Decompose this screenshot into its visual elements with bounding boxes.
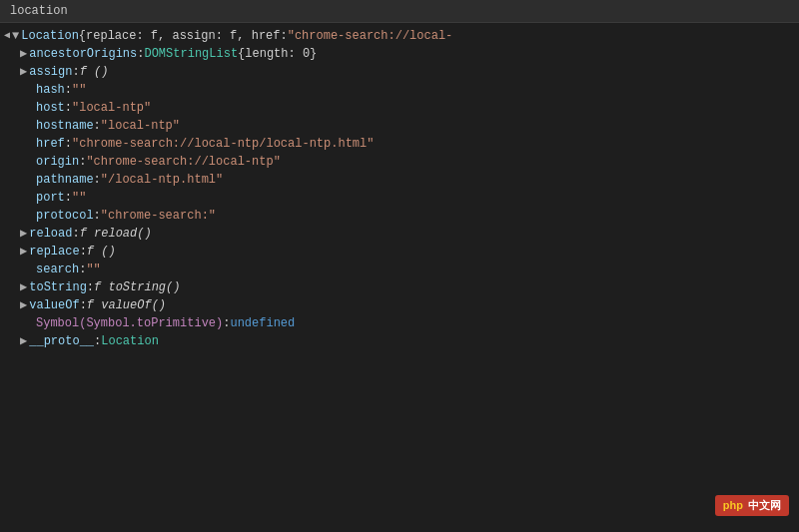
toString-key: toString <box>29 278 87 296</box>
colon-toString: : <box>87 278 94 296</box>
colon-href: : <box>65 135 72 153</box>
reload-value: f reload() <box>80 225 152 243</box>
symbol-key: Symbol(Symbol.toPrimitive) <box>36 314 223 332</box>
assign-value: f () <box>80 63 109 81</box>
symbol-value: undefined <box>230 314 295 332</box>
assign-key: assign <box>29 63 72 81</box>
host-key: host <box>36 99 65 117</box>
proto-value: Location <box>101 332 159 350</box>
pathname-value: "/local-ntp.html" <box>101 171 223 189</box>
ancestorOrigins-key: ancestorOrigins <box>29 45 137 63</box>
left-arrow-icon: ◀ <box>4 27 10 45</box>
hostname-key: hostname <box>36 117 94 135</box>
colon-search: : <box>79 261 86 278</box>
expand-arrow-location[interactable] <box>12 27 19 45</box>
port-line: port : "" <box>0 189 799 207</box>
replace-value: f () <box>87 243 116 261</box>
ancestorOrigins-line: ancestorOrigins : DOMStringList {length:… <box>0 45 799 63</box>
expand-toString[interactable] <box>20 278 27 296</box>
devtools-panel: location ◀ Location { replace: f, assign… <box>0 0 799 532</box>
colon-1: : <box>137 45 144 63</box>
location-root-line: ◀ Location { replace: f, assign: f, href… <box>0 27 799 45</box>
colon-symbol: : <box>223 314 230 332</box>
pathname-line: pathname : "/local-ntp.html" <box>0 171 799 189</box>
protocol-value: "chrome-search:" <box>101 207 216 225</box>
replace-key: replace <box>29 243 79 261</box>
hash-line: hash : "" <box>0 81 799 99</box>
watermark-text: 中文网 <box>748 499 781 511</box>
colon-hostname: : <box>94 117 101 135</box>
colon-port: : <box>65 189 72 207</box>
console-content: ◀ Location { replace: f, assign: f, href… <box>0 23 799 354</box>
href-key: href <box>36 135 65 153</box>
expand-reload[interactable] <box>20 225 27 243</box>
colon-origin: : <box>79 153 86 171</box>
colon-reload: : <box>72 225 79 243</box>
watermark-php: php <box>723 499 743 511</box>
colon-protocol: : <box>94 207 101 225</box>
colon-hash: : <box>65 81 72 99</box>
expand-assign[interactable] <box>20 63 27 81</box>
toString-line: toString : f toString() <box>0 278 799 296</box>
open-brace: { <box>79 27 86 45</box>
ancestorOrigins-type: DOMStringList <box>144 45 238 63</box>
host-value: "local-ntp" <box>72 99 151 117</box>
origin-key: origin <box>36 153 79 171</box>
href-preview: "chrome-search://local- <box>288 27 453 45</box>
expand-ancestorOrigins[interactable] <box>20 45 27 63</box>
reload-line: reload : f reload() <box>0 225 799 243</box>
origin-line: origin : "chrome-search://local-ntp" <box>0 153 799 171</box>
pathname-key: pathname <box>36 171 94 189</box>
proto-line: __proto__ : Location <box>0 332 799 350</box>
colon-pathname: : <box>94 171 101 189</box>
origin-value: "chrome-search://local-ntp" <box>86 153 280 171</box>
port-value: "" <box>72 189 86 207</box>
hash-value: "" <box>72 81 86 99</box>
search-line: search : "" <box>0 261 799 278</box>
reload-key: reload <box>29 225 72 243</box>
protocol-key: protocol <box>36 207 94 225</box>
colon-valueOf: : <box>80 296 87 314</box>
protocol-line: protocol : "chrome-search:" <box>0 207 799 225</box>
href-value: "chrome-search://local-ntp/local-ntp.htm… <box>72 135 374 153</box>
ancestorOrigins-extra: {length: 0} <box>238 45 317 63</box>
valueOf-line: valueOf : f valueOf() <box>0 296 799 314</box>
valueOf-key: valueOf <box>29 296 79 314</box>
expand-proto[interactable] <box>20 332 27 350</box>
search-key: search <box>36 261 79 278</box>
hostname-value: "local-ntp" <box>101 117 180 135</box>
expand-valueOf[interactable] <box>20 296 27 314</box>
toString-value: f toString() <box>94 278 180 296</box>
proto-key: __proto__ <box>29 332 94 350</box>
port-key: port <box>36 189 65 207</box>
panel-title: location <box>10 4 68 18</box>
colon-replace: : <box>80 243 87 261</box>
href-line: href : "chrome-search://local-ntp/local-… <box>0 135 799 153</box>
symbol-line: Symbol(Symbol.toPrimitive) : undefined <box>0 314 799 332</box>
valueOf-value: f valueOf() <box>87 296 166 314</box>
colon-proto: : <box>94 332 101 350</box>
inline-props: replace: f, assign: f, href: <box>86 27 288 45</box>
hostname-line: hostname : "local-ntp" <box>0 117 799 135</box>
colon-assign: : <box>72 63 79 81</box>
expand-replace[interactable] <box>20 243 27 261</box>
replace-line: replace : f () <box>0 243 799 261</box>
title-bar: location <box>0 0 799 23</box>
location-key: Location <box>21 27 79 45</box>
search-value: "" <box>86 261 100 278</box>
host-line: host : "local-ntp" <box>0 99 799 117</box>
colon-host: : <box>65 99 72 117</box>
watermark: php 中文网 <box>715 495 789 516</box>
hash-key: hash <box>36 81 65 99</box>
assign-line: assign : f () <box>0 63 799 81</box>
